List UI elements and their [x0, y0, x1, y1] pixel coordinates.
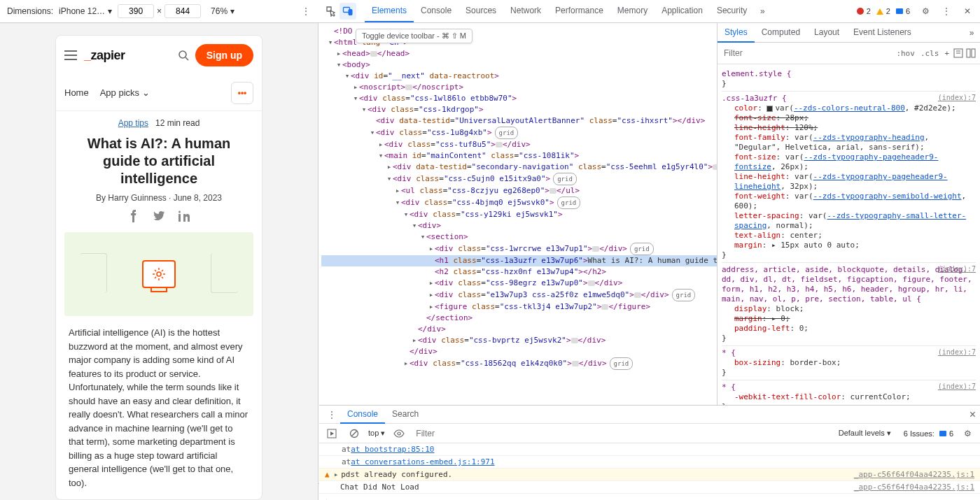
- grid-badge[interactable]: grid: [495, 127, 519, 139]
- panel-tab-memory[interactable]: Memory: [610, 0, 654, 22]
- clear-console-icon[interactable]: [346, 425, 363, 442]
- rule-source-link[interactable]: (index):7: [938, 93, 976, 103]
- ellipsis-icon[interactable]: [571, 338, 578, 343]
- dom-node[interactable]: <div class="css-98egrz e13w7up0"></div>: [321, 278, 717, 289]
- grid-badge[interactable]: grid: [672, 289, 696, 301]
- issues-chip[interactable]: 6 Issues: 6: [904, 429, 953, 438]
- style-declaration[interactable]: letter-spacing: var(--zds-typography-sma…: [722, 211, 976, 231]
- device-select[interactable]: iPhone 12… ▾: [56, 5, 115, 17]
- panel-tab-performance[interactable]: Performance: [548, 0, 610, 22]
- style-declaration[interactable]: text-align: center;: [722, 231, 976, 241]
- panel-tab-console[interactable]: Console: [414, 0, 458, 22]
- dom-node[interactable]: <section>: [321, 231, 717, 243]
- disclosure-icon[interactable]: [369, 127, 376, 138]
- rule-source-link[interactable]: (index):7: [938, 382, 976, 392]
- console-filter-input[interactable]: [413, 427, 567, 440]
- console-settings-icon[interactable]: ⚙: [959, 425, 976, 442]
- disclosure-icon[interactable]: [428, 301, 435, 313]
- signup-button[interactable]: Sign up: [195, 44, 253, 66]
- drawer-menu-icon[interactable]: ⋮: [323, 406, 340, 423]
- styles-tab-layout[interactable]: Layout: [807, 23, 846, 43]
- close-icon[interactable]: ✕: [959, 3, 976, 20]
- height-input[interactable]: [164, 4, 201, 18]
- grid-badge[interactable]: grid: [553, 173, 577, 185]
- disclosure-icon[interactable]: [419, 231, 426, 243]
- inspect-element-icon[interactable]: [323, 3, 340, 20]
- zoom-select[interactable]: 76% ▾: [208, 5, 237, 17]
- disclosure-icon[interactable]: [411, 220, 418, 231]
- dom-node[interactable]: <h2 class="css-hzx0nf e13w7up4"></h2>: [321, 266, 717, 278]
- style-rule[interactable]: (index):7address, article, aside, blockq…: [722, 263, 976, 346]
- style-declaration[interactable]: padding-left: 0;: [722, 324, 976, 334]
- dom-node[interactable]: <figure class="css-tkl3j4 e13w7up2"></fi…: [321, 301, 717, 313]
- grid-badge[interactable]: grid: [630, 243, 654, 255]
- ellipsis-icon[interactable]: [601, 304, 608, 310]
- dom-node[interactable]: </div>: [321, 346, 717, 357]
- grid-badge[interactable]: grid: [610, 357, 634, 370]
- style-declaration[interactable]: margin: ▸ 15px auto 0 auto;: [722, 241, 976, 250]
- style-rule[interactable]: (index):7.css-1a3uzfr {color: var(--zds-…: [722, 92, 976, 263]
- warning-count-badge[interactable]: 2: [876, 7, 890, 15]
- ellipsis-icon[interactable]: [572, 361, 579, 366]
- eye-icon[interactable]: [391, 425, 407, 442]
- dom-node[interactable]: <div class="css-4bjmq0 ej5wsvk0">grid: [321, 197, 717, 209]
- toggle-device-toolbar-icon[interactable]: [340, 3, 356, 20]
- style-declaration[interactable]: display: block;: [722, 304, 976, 314]
- hamburger-icon[interactable]: [64, 50, 77, 60]
- disclosure-icon[interactable]: [402, 209, 410, 220]
- disclosure-icon[interactable]: [428, 243, 435, 255]
- dom-node[interactable]: <h1 class="css-1a3uzfr e13w7up6">What is…: [321, 255, 717, 266]
- width-input[interactable]: [118, 4, 154, 18]
- disclosure-icon[interactable]: [394, 185, 401, 197]
- dom-node[interactable]: </div>: [321, 324, 717, 335]
- dom-node[interactable]: <div class="css-1kdrgop">: [321, 104, 717, 115]
- computed-toggle-icon[interactable]: [965, 45, 977, 62]
- ellipsis-icon[interactable]: [496, 142, 503, 148]
- ellipsis-icon[interactable]: [550, 188, 556, 194]
- disclosure-icon[interactable]: [428, 290, 435, 301]
- dom-node[interactable]: <ul class="css-8czjyu eg268ep0"></ul>: [321, 185, 717, 197]
- rule-source-link[interactable]: (index):7: [938, 264, 976, 274]
- grid-badge[interactable]: grid: [557, 197, 581, 209]
- gear-icon[interactable]: ⚙: [917, 3, 934, 20]
- device-more-icon[interactable]: ⋮: [298, 3, 314, 20]
- error-count-badge[interactable]: 2: [857, 7, 871, 15]
- dom-node[interactable]: <div class="css-bvprtz ej5wsvk2"></div>: [321, 335, 717, 346]
- search-icon[interactable]: [177, 49, 190, 62]
- nav-app-picks[interactable]: App picks ⌄: [100, 87, 150, 98]
- disclosure-icon[interactable]: [402, 358, 410, 369]
- filter-pill[interactable]: :hov: [893, 48, 918, 59]
- dom-node[interactable]: <body>: [321, 59, 717, 71]
- console-source-link[interactable]: _app-c56f64f04aa42235.js:1: [854, 470, 974, 479]
- logo[interactable]: _zapier: [84, 48, 125, 63]
- panel-tab-sources[interactable]: Sources: [458, 0, 503, 22]
- ellipsis-icon[interactable]: [592, 246, 599, 252]
- nav-home[interactable]: Home: [64, 87, 89, 98]
- panel-tab-network[interactable]: Network: [503, 0, 548, 22]
- console-output[interactable]: at at bootstrap:85:10 at at conversation…: [319, 443, 980, 500]
- disclosure-icon[interactable]: [428, 278, 435, 289]
- nav-more-button[interactable]: •••: [231, 82, 253, 104]
- style-declaration[interactable]: box-sizing: border-box;: [722, 358, 976, 368]
- facebook-icon[interactable]: [127, 210, 140, 222]
- disclosure-icon[interactable]: [377, 150, 384, 162]
- disclosure-icon[interactable]: [386, 162, 393, 173]
- dom-node[interactable]: <div class="css-c5ujn0 e15itx9a0">grid: [321, 173, 717, 185]
- disclosure-icon[interactable]: [377, 139, 384, 150]
- style-declaration[interactable]: font-weight: var(--zds-typography-semibo…: [722, 192, 976, 211]
- style-declaration[interactable]: margin: ▸ 0;: [722, 314, 976, 324]
- style-declaration[interactable]: font-size: var(--zds-typography-pagehead…: [722, 152, 976, 172]
- disclosure-icon[interactable]: [327, 37, 334, 48]
- panel-tab-application[interactable]: Application: [654, 0, 710, 22]
- style-declaration[interactable]: -webkit-text-fill-color: currentColor;: [722, 392, 976, 402]
- dom-node[interactable]: <div data-testid="secondary-navigation" …: [321, 162, 717, 173]
- linkedin-icon[interactable]: [178, 210, 190, 222]
- drawer-close-icon[interactable]: ×: [969, 408, 976, 421]
- disclosure-icon[interactable]: [394, 197, 401, 208]
- style-rule[interactable]: (index):7* {box-sizing: border-box;}: [722, 346, 976, 380]
- disclosure-icon[interactable]: [344, 71, 351, 82]
- styles-tabs-overflow-icon[interactable]: »: [963, 24, 980, 41]
- disclosure-icon[interactable]: [352, 82, 359, 93]
- console-prompt[interactable]: [319, 494, 980, 500]
- disclosure-icon[interactable]: [352, 93, 359, 104]
